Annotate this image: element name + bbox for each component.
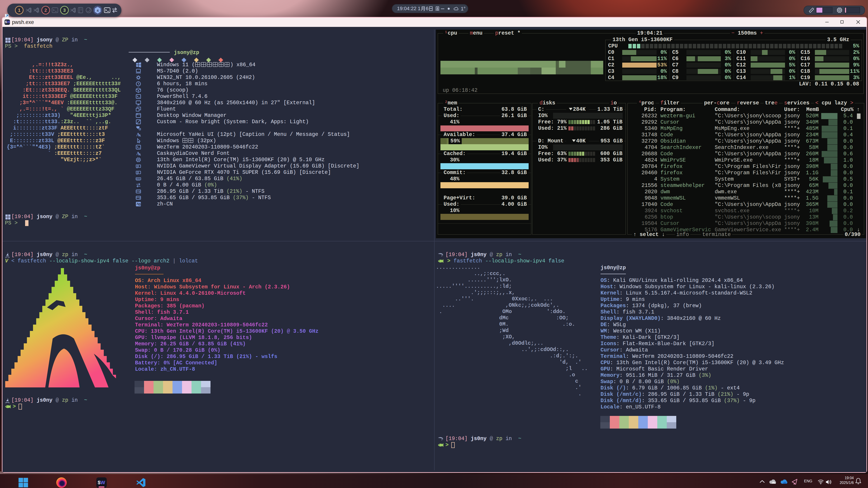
svg-text:4: 4 [97, 9, 99, 12]
svg-text:A: A [138, 153, 141, 156]
svg-text:A: A [138, 134, 141, 137]
svg-text:A: A [136, 202, 138, 205]
